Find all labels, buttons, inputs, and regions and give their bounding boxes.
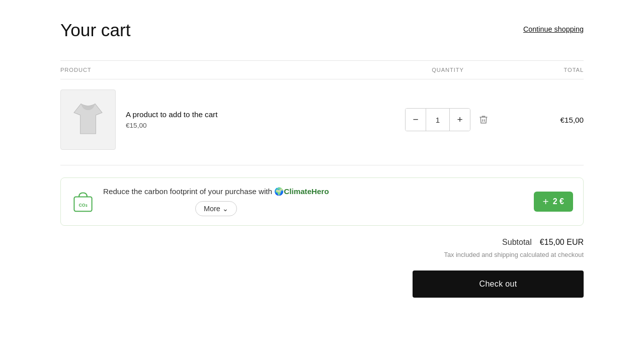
cart-table-header: PRODUCT QUANTITY TOTAL [60, 60, 584, 79]
product-name: A product to add to the cart [126, 110, 217, 119]
tshirt-icon [70, 100, 106, 140]
product-image [60, 89, 116, 150]
circle-plus-icon: + [543, 197, 549, 207]
delete-item-button[interactable] [476, 113, 491, 127]
item-total: €15,00 [503, 116, 584, 124]
product-info: A product to add to the cart €15,00 [126, 110, 217, 129]
divider [60, 165, 584, 165]
quantity-increase-button[interactable]: + [450, 109, 470, 131]
chevron-down-icon: ⌄ [222, 205, 228, 213]
climate-hero-brand: ClimateHero [284, 187, 329, 196]
climate-hero-banner: CO₂ Reduce the carbon footprint of your … [60, 177, 584, 226]
more-label: More [204, 205, 220, 213]
col-total-label: TOTAL [503, 67, 584, 73]
svg-text:CO₂: CO₂ [78, 203, 87, 208]
quantity-value: 1 [426, 109, 450, 131]
page-title: Your cart [60, 20, 131, 40]
climate-hero-text: Reduce the carbon footprint of your purc… [103, 187, 329, 196]
subtotal-value: €15,00 EUR [540, 238, 584, 247]
climate-hero-left: CO₂ Reduce the carbon footprint of your … [71, 187, 329, 216]
subtotal-row: Subtotal €15,00 EUR [502, 238, 584, 247]
continue-shopping-link[interactable]: Continue shopping [523, 20, 584, 33]
climate-globe-icon: 🌍 [274, 187, 284, 196]
climate-text-prefix: Reduce the carbon footprint of your purc… [103, 187, 274, 196]
trash-icon [478, 115, 489, 125]
climate-add-amount: 2 € [553, 197, 564, 206]
subtotal-label: Subtotal [502, 238, 532, 247]
checkout-button[interactable]: Check out [413, 270, 584, 298]
tax-note: Tax included and shipping calculated at … [444, 251, 584, 258]
product-cell: A product to add to the cart €15,00 [60, 89, 392, 150]
cart-item-row: A product to add to the cart €15,00 − 1 … [60, 79, 584, 165]
climate-hero-center: Reduce the carbon footprint of your purc… [103, 187, 329, 216]
col-quantity-label: QUANTITY [392, 67, 503, 73]
climate-add-button[interactable]: + 2 € [534, 192, 573, 212]
subtotal-section: Subtotal €15,00 EUR Tax included and shi… [60, 238, 584, 298]
more-button[interactable]: More ⌄ [195, 201, 237, 216]
quantity-cell: − 1 + [392, 108, 503, 131]
quantity-controls: − 1 + [405, 108, 470, 131]
col-product-label: PRODUCT [60, 67, 392, 73]
co2-bag-icon: CO₂ [71, 190, 95, 214]
quantity-decrease-button[interactable]: − [406, 109, 426, 131]
product-price: €15,00 [126, 122, 217, 129]
page-header: Your cart Continue shopping [60, 20, 584, 40]
